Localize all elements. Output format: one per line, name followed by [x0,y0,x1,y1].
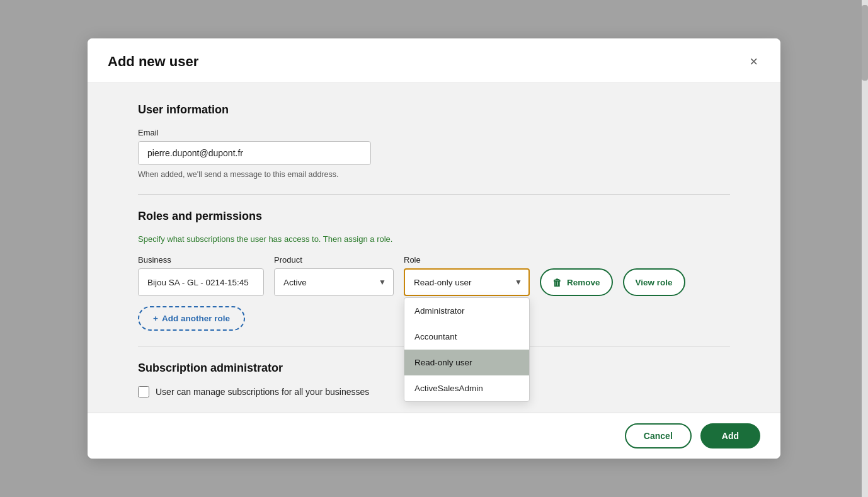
email-hint: When added, we'll send a message to this… [138,170,730,179]
view-role-button[interactable]: View role [623,268,685,296]
roles-subtitle: Specify what subscriptions the user has … [138,234,730,244]
dropdown-item-administrator[interactable]: Administrator [404,298,529,324]
product-column: Product Active ▼ [274,255,394,296]
add-button[interactable]: Add [700,423,760,448]
user-information-title: User information [138,103,730,117]
remove-button[interactable]: 🗑 Remove [540,268,613,296]
role-column: Role Read-only user ▼ Administrator Acco… [404,255,530,296]
roles-permissions-section: Roles and permissions Specify what subsc… [138,210,730,331]
section-divider-1 [138,194,730,195]
email-field[interactable] [138,141,371,165]
trash-icon: 🗑 [552,277,562,288]
modal-title: Add new user [108,54,198,70]
dropdown-item-activesalesadmin[interactable]: ActiveSalesAdmin [404,375,529,401]
product-label: Product [274,255,394,265]
close-button[interactable]: × [747,52,760,71]
business-label: Business [138,255,264,265]
modal: Add new user × User information Email Wh… [88,38,780,459]
plus-icon: + [153,314,158,323]
scrollbar-track[interactable] [862,0,868,497]
roles-row: Business Bijou SA - GL - 0214-15:45 Prod… [138,255,730,296]
business-value: Bijou SA - GL - 0214-15:45 [138,268,264,296]
scrollbar-thumb[interactable] [862,5,868,81]
role-dropdown-menu: Administrator Accountant Read-only user … [404,297,530,402]
subscription-admin-label: User can manage subscriptions for all yo… [156,387,369,397]
business-column: Business Bijou SA - GL - 0214-15:45 [138,255,264,296]
role-select-wrapper: Read-only user ▼ Administrator Accountan… [404,268,530,296]
dropdown-item-readonly[interactable]: Read-only user [404,350,529,375]
add-another-role-button[interactable]: + Add another role [138,306,245,331]
roles-permissions-title: Roles and permissions [138,210,730,223]
user-information-section: User information Email When added, we'll… [138,103,730,179]
product-select-wrapper: Active ▼ [274,268,394,296]
role-label: Role [404,255,530,265]
dropdown-item-accountant[interactable]: Accountant [404,324,529,350]
cancel-button[interactable]: Cancel [625,423,692,448]
product-select[interactable]: Active [274,268,394,296]
modal-footer: Cancel Add [88,413,780,459]
modal-body: User information Email When added, we'll… [88,83,780,413]
modal-overlay: Add new user × User information Email Wh… [0,0,868,497]
role-select[interactable]: Read-only user [404,268,530,296]
email-label: Email [138,128,730,137]
modal-header: Add new user × [88,38,780,83]
subscription-admin-checkbox[interactable] [138,386,149,397]
